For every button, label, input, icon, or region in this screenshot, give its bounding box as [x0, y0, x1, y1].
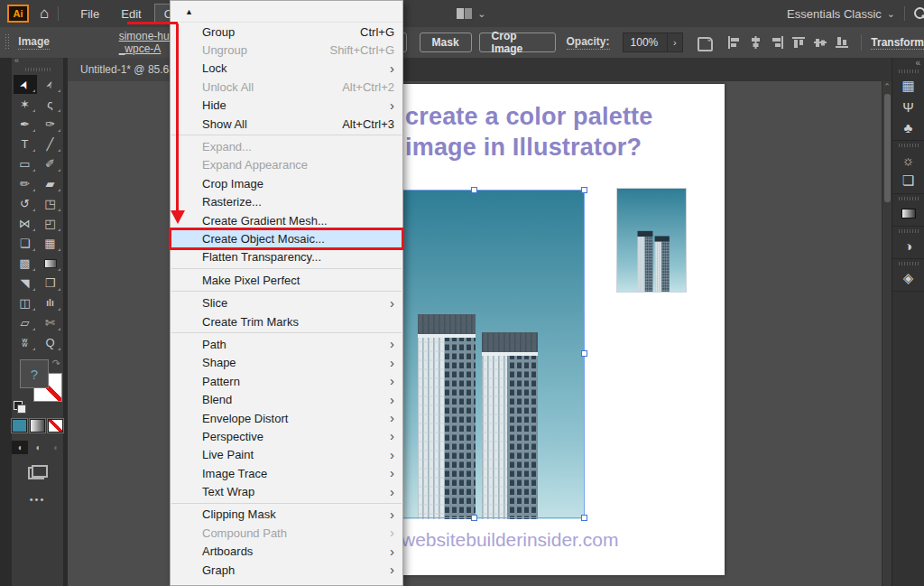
curvature-tool[interactable]: ✑	[39, 115, 62, 134]
mask-button[interactable]: Mask	[420, 33, 472, 52]
opacity-value-field[interactable]: 100%	[623, 33, 668, 52]
zoom-tool[interactable]: Q	[39, 333, 62, 352]
hand-tool[interactable]: ʬ	[14, 333, 37, 352]
search-icon[interactable]	[914, 7, 924, 21]
type-tool[interactable]: T	[14, 135, 37, 153]
width-tool[interactable]: ⋈	[14, 214, 37, 233]
home-icon[interactable]: ⌂	[40, 5, 49, 23]
eraser-tool[interactable]: ▰	[39, 174, 62, 193]
menu-item-envelope-distort[interactable]: Envelope Distort›	[171, 409, 402, 427]
gradient-panel-icon[interactable]	[898, 203, 919, 223]
tools-panel-grip[interactable]	[25, 68, 51, 71]
menu-item-group[interactable]: GroupCtrl+G	[171, 23, 402, 41]
dock-section-grip[interactable]	[899, 262, 919, 265]
gradient-button[interactable]	[30, 419, 45, 433]
symbol-sprayer-tool[interactable]: ◫	[14, 293, 37, 312]
symbols-panel-icon[interactable]: ♣	[898, 117, 919, 137]
menu-item-path[interactable]: Path›	[171, 335, 402, 353]
arrange-documents-icon[interactable]	[457, 8, 472, 19]
selection-handle[interactable]	[581, 515, 587, 521]
menu-item-make-pixel-perfect[interactable]: Make Pixel Perfect	[171, 271, 402, 289]
controlbar-grip[interactable]	[5, 34, 9, 51]
artboard-tool[interactable]: ▱	[14, 313, 37, 332]
rotate-tool[interactable]: ↺	[14, 194, 37, 213]
libraries-panel-icon[interactable]: ▦	[898, 76, 919, 96]
column-graph-tool[interactable]: ılı	[39, 293, 62, 312]
shape-builder-tool[interactable]: ❏	[14, 234, 37, 253]
selection-handle[interactable]	[471, 515, 477, 521]
collapse-panel-icon[interactable]: «	[12, 58, 63, 66]
collapse-dock-icon[interactable]: «	[892, 58, 924, 67]
menu-item-create-object-mosaic[interactable]: Create Object Mosaic...	[171, 229, 402, 247]
rectangle-tool[interactable]: ▭	[14, 154, 37, 173]
menu-scroll-up-icon[interactable]: ▲	[171, 1, 402, 23]
menu-edit[interactable]: Edit	[112, 5, 150, 23]
menu-item-hide[interactable]: Hide›	[171, 97, 402, 115]
crop-image-button[interactable]: Crop Image	[479, 33, 556, 52]
brushes-panel-icon[interactable]: Ψ	[898, 97, 919, 116]
draw-normal-mode-button[interactable]: ◖	[12, 441, 28, 454]
scrollbar-thumb[interactable]	[884, 94, 891, 202]
menu-item-flatten-transparency[interactable]: Flatten Transparency...	[171, 248, 402, 266]
change-screen-mode-icon[interactable]	[28, 465, 48, 479]
opacity-dropdown-arrow-icon[interactable]: ›	[668, 33, 684, 52]
menu-item-show-all[interactable]: Show AllAlt+Ctrl+3	[171, 115, 402, 133]
workspace-chevron-down-icon[interactable]: ⌄	[887, 8, 895, 20]
eyedropper-tool[interactable]: ◥	[14, 274, 37, 293]
menu-item-artboards[interactable]: Artboards›	[171, 543, 402, 561]
line-segment-tool[interactable]: ╱	[39, 135, 62, 153]
menu-item-graph[interactable]: Graph›	[171, 561, 402, 579]
workspace-switcher[interactable]: Essentials Classic	[787, 7, 882, 21]
selection-handle[interactable]	[581, 187, 587, 193]
selection-handle[interactable]	[471, 187, 477, 193]
illustrator-logo-icon[interactable]: Ai	[7, 5, 29, 23]
menu-item-create-gradient-mesh[interactable]: Create Gradient Mesh...	[171, 211, 402, 229]
opacity-label[interactable]: Opacity:	[567, 35, 610, 50]
scrollbar-up-icon[interactable]: ⌃	[882, 81, 892, 92]
mesh-tool[interactable]: ▩	[14, 254, 37, 273]
menu-item-live-paint[interactable]: Live Paint›	[171, 446, 402, 464]
fill-swatch[interactable]: ?	[20, 359, 49, 388]
blend-tool[interactable]: ❒	[39, 274, 62, 293]
menu-item-rasterize[interactable]: Rasterize...	[171, 193, 402, 211]
align-left-icon[interactable]	[727, 36, 741, 49]
placed-image-small[interactable]	[617, 189, 686, 292]
menu-item-create-trim-marks[interactable]: Create Trim Marks	[171, 312, 402, 330]
layers-panel-icon[interactable]: ◈	[898, 268, 919, 288]
dock-section-grip[interactable]	[899, 144, 919, 147]
menu-item-clipping-mask[interactable]: Clipping Mask›	[171, 506, 402, 524]
selection-handle[interactable]	[581, 350, 587, 357]
color-guide-panel-icon[interactable]: ☼	[898, 150, 919, 170]
align-vertical-center-icon[interactable]	[814, 36, 827, 49]
menu-item-perspective[interactable]: Perspective›	[171, 427, 402, 445]
slice-tool[interactable]: ✄	[39, 313, 62, 332]
align-right-icon[interactable]	[771, 36, 784, 49]
dock-section-grip[interactable]	[899, 229, 919, 233]
align-top-icon[interactable]	[792, 36, 806, 49]
edit-toolbar-ellipsis-icon[interactable]: •••	[12, 494, 63, 505]
menu-item-pattern[interactable]: Pattern›	[171, 372, 402, 390]
menu-item-slice[interactable]: Slice›	[171, 293, 402, 312]
align-bottom-icon[interactable]	[836, 36, 849, 49]
menu-item-text-wrap[interactable]: Text Wrap›	[171, 482, 402, 500]
chevron-down-icon[interactable]: ⌄	[477, 8, 485, 20]
draw-inside-mode-button[interactable]: ◖	[47, 441, 63, 454]
gradient-tool[interactable]	[39, 254, 62, 273]
menu-file[interactable]: File	[71, 5, 108, 23]
align-horizontal-center-icon[interactable]	[749, 36, 762, 49]
vertical-scrollbar[interactable]: ⌃	[882, 81, 892, 586]
selection-tool[interactable]: ➤	[14, 75, 37, 94]
scale-tool[interactable]: ◳	[39, 194, 62, 213]
paintbrush-tool[interactable]: ✐	[39, 154, 62, 173]
transform-label[interactable]: Transform	[871, 36, 924, 50]
magic-wand-tool[interactable]: ✶	[14, 95, 37, 114]
menu-item-lock[interactable]: Lock›	[171, 60, 402, 78]
pen-tool[interactable]: ✒	[14, 115, 37, 134]
lasso-tool[interactable]: ς	[39, 95, 62, 114]
menu-item-blend[interactable]: Blend›	[171, 390, 402, 408]
none-button[interactable]	[48, 419, 63, 433]
color-panel-icon[interactable]: ◑	[898, 236, 919, 256]
appearance-style-icon[interactable]	[698, 35, 713, 50]
dock-section-grip[interactable]	[899, 70, 919, 73]
swatches-panel-icon[interactable]: ❏	[898, 171, 919, 191]
